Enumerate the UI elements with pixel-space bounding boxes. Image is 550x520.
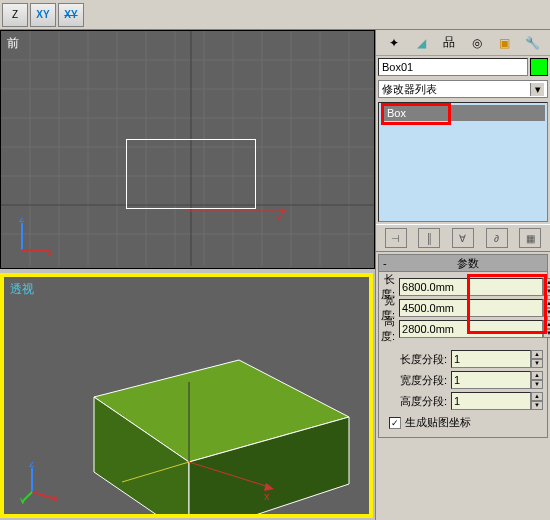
minus-icon: - [383,257,393,269]
height-segs-label: 高度分段: [381,394,451,409]
svg-line-37 [32,492,55,499]
spinner-up-icon[interactable]: ▲ [543,320,550,329]
spinner-down-icon[interactable]: ▼ [543,308,550,317]
display-tab-icon[interactable]: ▣ [495,34,513,52]
svg-marker-22 [281,208,287,214]
spinner-up-icon[interactable]: ▲ [543,299,550,308]
length-segs-label: 长度分段: [381,352,451,367]
svg-text:x: x [264,490,270,502]
object-color-swatch[interactable] [530,58,548,76]
make-unique-button[interactable]: ∀ [452,228,474,248]
width-segs-input[interactable] [451,371,531,389]
modifier-list-dropdown[interactable]: 修改器列表 ▾ [378,80,548,98]
object-name-input[interactable] [378,58,528,76]
height-input[interactable] [399,320,543,338]
front-viewport[interactable]: 前 x z x [0,30,375,269]
length-segs-input[interactable] [451,350,531,368]
svg-text:z: z [19,218,25,224]
spinner-up-icon[interactable]: ▲ [543,278,550,287]
utilities-tab-icon[interactable]: 🔧 [523,34,541,52]
panel-tabs: ✦ ◢ 品 ◎ ▣ 🔧 [376,30,550,56]
viewport-label-perspective: 透视 [10,281,34,298]
svg-text:x: x [53,492,59,504]
create-tab-icon[interactable]: ✦ [385,34,403,52]
svg-text:z: z [29,462,35,469]
spinner-down-icon[interactable]: ▼ [531,359,543,368]
configure-button[interactable]: ▦ [519,228,541,248]
pin-stack-button[interactable]: ⊣ [385,228,407,248]
xy-plane-button[interactable]: XY [30,3,56,27]
spinner-up-icon[interactable]: ▲ [531,392,543,401]
modifier-stack[interactable]: Box [378,102,548,222]
axis-tripod-icon: z x [17,218,57,258]
move-gizmo[interactable]: x [181,206,301,269]
show-end-result-button[interactable]: ║ [418,228,440,248]
modifier-dropdown-label: 修改器列表 [382,82,437,97]
svg-text:x: x [47,246,53,258]
length-input[interactable] [399,278,543,296]
spinner-down-icon[interactable]: ▼ [531,380,543,389]
viewport-label-front: 前 [7,35,19,52]
chevron-down-icon: ▾ [530,83,544,96]
parameters-rollout: - 参数 长度: ▲▼ 宽度: ▲▼ [378,254,548,438]
stack-buttons: ⊣ ║ ∀ ∂ ▦ [376,224,550,252]
svg-text:y: y [20,494,26,504]
box-geometry[interactable]: x [44,342,364,518]
spinner-down-icon[interactable]: ▼ [531,401,543,410]
rollout-header[interactable]: - 参数 [378,254,548,272]
hierarchy-tab-icon[interactable]: 品 [440,34,458,52]
svg-text:x: x [276,212,282,224]
box-wireframe[interactable] [126,139,256,209]
remove-modifier-button[interactable]: ∂ [486,228,508,248]
modify-tab-icon[interactable]: ◢ [412,34,430,52]
constraint-toolbar: Z XY XY [0,0,550,30]
xy-plane-button-2[interactable]: XY [58,3,84,27]
z-axis-button[interactable]: Z [2,3,28,27]
motion-tab-icon[interactable]: ◎ [468,34,486,52]
width-input[interactable] [399,299,543,317]
height-label: 高度: [381,314,399,344]
viewports-area: 前 x z x 透视 [0,30,375,520]
modifier-item-box[interactable]: Box [381,105,545,121]
rollout-title: 参数 [393,256,543,271]
height-segs-input[interactable] [451,392,531,410]
generate-uvw-label: 生成贴图坐标 [405,415,471,430]
spinner-down-icon[interactable]: ▼ [543,287,550,296]
axis-tripod-icon: z x y [20,462,62,504]
generate-uvw-checkbox[interactable]: ✓ [389,417,401,429]
command-panel: ✦ ◢ 品 ◎ ▣ 🔧 修改器列表 ▾ Box ⊣ ║ ∀ ∂ ▦ [375,30,550,520]
spinner-down-icon[interactable]: ▼ [543,329,550,338]
perspective-viewport[interactable]: 透视 x z x y [0,273,373,518]
width-segs-label: 宽度分段: [381,373,451,388]
spinner-up-icon[interactable]: ▲ [531,350,543,359]
spinner-up-icon[interactable]: ▲ [531,371,543,380]
